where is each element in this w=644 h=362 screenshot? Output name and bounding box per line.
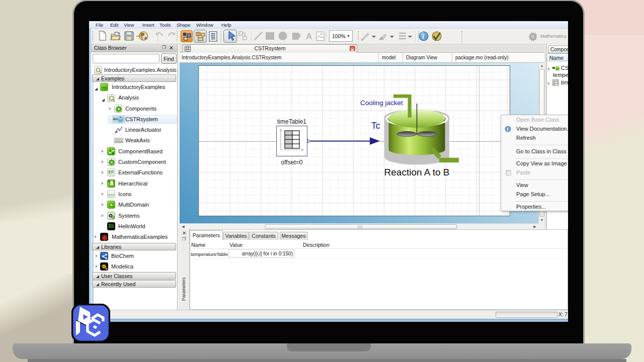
svg-text:i: i xyxy=(507,127,509,132)
svg-text:A: A xyxy=(306,32,312,41)
svg-text:i: i xyxy=(422,33,424,40)
